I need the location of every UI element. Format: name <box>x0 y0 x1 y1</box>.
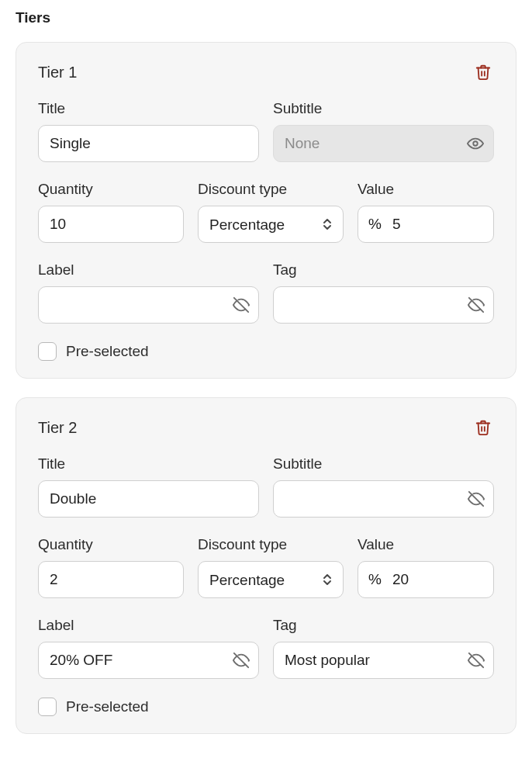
preselected-checkbox[interactable] <box>38 698 57 716</box>
value-label: Value <box>358 536 494 553</box>
eye-off-icon <box>233 652 250 669</box>
section-title: Tiers <box>16 9 516 26</box>
label-input[interactable] <box>38 286 259 324</box>
tier-card: Tier 1 Title Subtitle None <box>16 42 516 379</box>
visibility-toggle[interactable] <box>233 642 250 679</box>
eye-off-icon <box>468 652 485 669</box>
tag-label: Tag <box>273 261 494 279</box>
visibility-toggle[interactable] <box>468 642 485 679</box>
quantity-label: Quantity <box>38 181 184 198</box>
title-label: Title <box>38 455 259 473</box>
label-label: Label <box>38 617 259 634</box>
subtitle-label: Subtitle <box>273 455 494 473</box>
preselected-label: Pre-selected <box>66 343 149 360</box>
discount-type-select[interactable]: Percentage <box>198 561 344 598</box>
eye-off-icon <box>233 296 250 313</box>
tier-card: Tier 2 Title Subtitle Q <box>16 397 516 734</box>
title-input[interactable] <box>38 480 259 518</box>
trash-icon <box>475 64 492 81</box>
label-label: Label <box>38 261 259 279</box>
title-input[interactable] <box>38 125 259 162</box>
delete-tier-button[interactable] <box>472 61 494 83</box>
discount-type-label: Discount type <box>198 536 344 553</box>
preselected-checkbox[interactable] <box>38 342 57 361</box>
value-prefix: % <box>368 206 382 243</box>
title-label: Title <box>38 100 259 117</box>
tier-name: Tier 2 <box>38 419 77 437</box>
quantity-input[interactable] <box>38 561 184 598</box>
preselected-label: Pre-selected <box>66 698 149 715</box>
tag-input[interactable] <box>273 642 494 679</box>
quantity-input[interactable] <box>38 206 184 243</box>
eye-icon <box>467 135 484 152</box>
eye-off-icon <box>468 296 485 313</box>
subtitle-locked-text: None <box>285 135 320 152</box>
quantity-label: Quantity <box>38 536 184 553</box>
value-prefix: % <box>368 561 382 598</box>
visibility-toggle[interactable] <box>468 480 485 518</box>
discount-type-select[interactable]: Percentage <box>198 206 344 243</box>
value-label: Value <box>358 181 494 198</box>
visibility-toggle[interactable] <box>233 286 250 324</box>
tag-label: Tag <box>273 617 494 634</box>
label-input[interactable] <box>38 642 259 679</box>
subtitle-locked: None <box>273 125 494 162</box>
trash-icon <box>475 419 492 436</box>
tier-name: Tier 1 <box>38 64 77 81</box>
eye-off-icon <box>468 490 485 507</box>
delete-tier-button[interactable] <box>472 417 494 438</box>
discount-type-label: Discount type <box>198 181 344 198</box>
tag-input[interactable] <box>273 286 494 324</box>
svg-point-0 <box>473 141 478 146</box>
visibility-toggle[interactable] <box>468 286 485 324</box>
subtitle-label: Subtitle <box>273 100 494 117</box>
subtitle-input[interactable] <box>273 480 494 518</box>
visibility-toggle[interactable] <box>467 135 484 152</box>
